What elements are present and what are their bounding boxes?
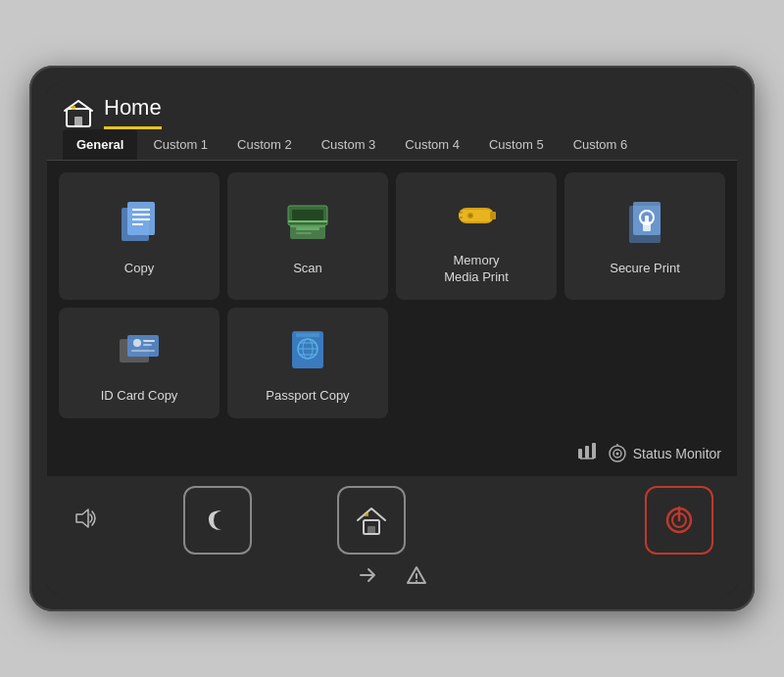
screen-header: Home	[47, 83, 737, 129]
scan-label: Scan	[293, 261, 322, 277]
app-grid: Copy Scan	[59, 172, 725, 418]
svg-rect-43	[592, 443, 596, 459]
svg-rect-29	[127, 335, 159, 357]
tab-custom6[interactable]: Custom 6	[560, 129, 642, 160]
passport-copy-button[interactable]: Passport Copy	[227, 308, 388, 418]
scan-icon	[282, 196, 333, 251]
tab-custom5[interactable]: Custom 5	[475, 129, 558, 160]
arrow-indicator	[357, 564, 378, 586]
svg-rect-31	[143, 340, 155, 342]
svg-point-57	[416, 580, 417, 582]
power-button[interactable]	[645, 486, 713, 555]
app-grid-area: Copy Scan	[47, 161, 737, 435]
usb-icon	[451, 188, 502, 243]
network-icon	[576, 441, 598, 466]
status-monitor-label: Status Monitor	[633, 446, 721, 461]
svg-rect-17	[459, 210, 494, 221]
tab-bar: General Custom 1 Custom 2 Custom 3 Custo…	[47, 129, 737, 161]
device-frame: Home General Custom 1 Custom 2 Custom 3 …	[29, 66, 755, 611]
secure-print-button[interactable]: Secure Print	[564, 172, 725, 300]
copy-label: Copy	[124, 261, 154, 277]
tab-custom1[interactable]: Custom 1	[139, 129, 221, 160]
svg-point-20	[469, 215, 472, 218]
id-card-icon	[114, 323, 165, 378]
svg-rect-21	[460, 212, 463, 214]
tab-custom2[interactable]: Custom 2	[223, 129, 306, 160]
home-hw-icon	[354, 503, 389, 538]
warning-icon	[406, 564, 427, 586]
svg-rect-12	[292, 210, 323, 221]
home-screen-icon	[63, 97, 94, 128]
scan-button[interactable]: Scan	[227, 172, 388, 300]
sleep-button[interactable]	[183, 486, 252, 555]
svg-rect-1	[74, 117, 82, 126]
speaker-control[interactable]	[71, 505, 98, 536]
svg-point-30	[133, 339, 141, 347]
copy-icon	[114, 196, 165, 251]
svg-rect-22	[460, 217, 463, 218]
page-title: Home	[104, 95, 162, 129]
svg-point-47	[615, 453, 618, 456]
home-button[interactable]	[337, 486, 406, 555]
memory-media-print-label: Memory Media Print	[444, 253, 509, 286]
svg-rect-27	[645, 216, 649, 223]
svg-rect-42	[585, 446, 589, 459]
warning-indicator	[406, 564, 427, 586]
status-bar: Status Monitor	[47, 435, 737, 476]
memory-media-print-button[interactable]: Memory Media Print	[396, 172, 557, 300]
id-card-copy-button[interactable]: ID Card Copy	[59, 308, 220, 418]
svg-rect-14	[296, 227, 319, 230]
power-icon	[662, 503, 697, 538]
arrow-right-icon	[357, 564, 378, 586]
speaker-icon	[71, 505, 98, 532]
svg-marker-49	[76, 509, 88, 527]
indicator-row	[47, 560, 737, 594]
svg-rect-52	[365, 512, 368, 516]
screen: Home General Custom 1 Custom 2 Custom 3 …	[47, 83, 737, 594]
svg-rect-15	[296, 232, 312, 234]
passport-icon	[282, 323, 333, 378]
svg-rect-33	[131, 350, 155, 352]
tab-custom3[interactable]: Custom 3	[308, 129, 390, 160]
passport-copy-label: Passport Copy	[266, 388, 349, 405]
svg-rect-18	[490, 212, 496, 219]
status-monitor-icon	[608, 444, 627, 463]
status-monitor-button[interactable]: Status Monitor	[608, 444, 721, 463]
id-card-copy-label: ID Card Copy	[101, 388, 178, 405]
svg-rect-2	[72, 106, 75, 110]
svg-rect-41	[578, 449, 582, 459]
moon-icon	[200, 503, 235, 538]
secure-print-icon	[619, 196, 670, 251]
svg-rect-51	[368, 526, 375, 534]
copy-button[interactable]: Copy	[59, 172, 220, 300]
tab-general[interactable]: General	[63, 129, 137, 160]
svg-rect-40	[296, 333, 319, 337]
secure-print-label: Secure Print	[610, 261, 680, 277]
bottom-controls	[47, 476, 737, 560]
tab-custom4[interactable]: Custom 4	[391, 129, 473, 160]
svg-rect-32	[143, 344, 152, 346]
